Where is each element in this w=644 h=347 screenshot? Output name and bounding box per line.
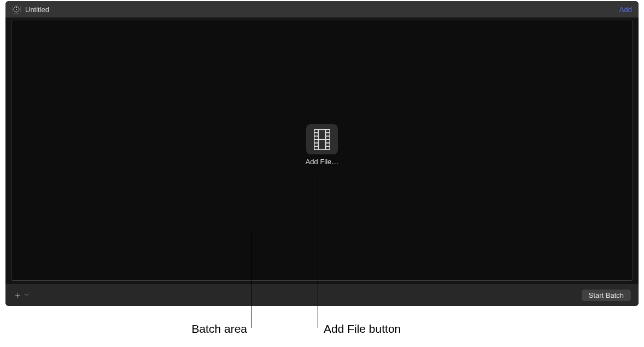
add-file-button[interactable]: Add File… xyxy=(300,124,344,166)
chevron-down-icon: ﹀ xyxy=(24,293,30,298)
callout-line-batch-area xyxy=(251,230,251,328)
callout-line-add-file xyxy=(318,169,318,328)
batch-window: Untitled Add xyxy=(5,1,639,306)
plus-icon: ＋ xyxy=(13,291,22,300)
add-button[interactable]: Add xyxy=(619,5,632,14)
batch-area[interactable]: Add File… xyxy=(11,20,633,281)
compressor-app-icon xyxy=(12,5,21,14)
add-file-label: Add File… xyxy=(300,158,344,166)
start-batch-button[interactable]: Start Batch xyxy=(582,290,631,301)
callout-label-add-file: Add File button xyxy=(324,322,401,336)
titlebar: Untitled Add xyxy=(5,1,639,18)
batch-title: Untitled xyxy=(25,5,49,14)
svg-point-2 xyxy=(16,9,17,10)
film-icon xyxy=(306,124,338,154)
add-menu-button[interactable]: ＋ ﹀ xyxy=(13,291,30,300)
footer-bar: ＋ ﹀ Start Batch xyxy=(5,284,639,306)
callout-label-batch-area: Batch area xyxy=(191,322,247,336)
